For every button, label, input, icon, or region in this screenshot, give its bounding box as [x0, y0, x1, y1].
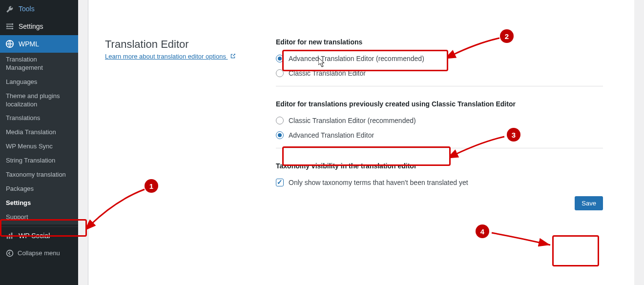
- submenu-translation-management[interactable]: Translation Management: [0, 53, 78, 75]
- checkbox-taxonomy-only-untranslated[interactable]: Only show taxonomy terms that haven't be…: [276, 179, 603, 186]
- radio-icon: [276, 55, 284, 62]
- submenu-settings[interactable]: Settings: [0, 196, 78, 210]
- checkbox-label: Only show taxonomy terms that haven't be…: [289, 179, 468, 186]
- wrench-icon: [5, 4, 15, 14]
- submenu-taxonomy-translation[interactable]: Taxonomy translation: [0, 168, 78, 182]
- submenu-media-translation[interactable]: Media Translation: [0, 125, 78, 140]
- radio-classic-new[interactable]: Classic Translation Editor: [276, 69, 603, 77]
- radio-label: Advanced Translation Editor: [289, 131, 374, 139]
- svg-point-5: [12, 28, 14, 30]
- radio-classic-prev[interactable]: Classic Translation Editor (recommended): [276, 117, 603, 124]
- collapse-label: Collapse menu: [18, 249, 60, 257]
- radio-label: Advanced Translation Editor (recommended…: [289, 55, 424, 62]
- svg-rect-9: [11, 232, 13, 239]
- bars-icon: [5, 231, 15, 241]
- submenu-languages[interactable]: Languages: [0, 75, 78, 89]
- svg-rect-1: [8, 26, 13, 27]
- svg-rect-2: [6, 28, 12, 29]
- sidebar-item-wpml[interactable]: WPML: [0, 35, 78, 53]
- submenu-wp-menus-sync[interactable]: WP Menus Sync: [0, 140, 78, 154]
- options-col: Editor for new translations Advanced Tra…: [276, 10, 618, 210]
- divider: [276, 148, 603, 148]
- sidebar-item-label: WP Social: [19, 232, 50, 240]
- collapse-icon: [5, 248, 15, 258]
- submenu-string-translation[interactable]: String Translation: [0, 154, 78, 168]
- svg-rect-7: [7, 236, 8, 239]
- divider: [276, 86, 603, 86]
- section-title: Translation Editor: [105, 38, 276, 51]
- radio-icon: [276, 131, 284, 139]
- subsection-previous-translations: Editor for translations previously creat…: [276, 100, 603, 108]
- sidebar-item-wp-social[interactable]: WP Social: [0, 227, 78, 244]
- sidebar-item-settings[interactable]: Settings: [0, 18, 78, 35]
- subsection-new-translations: Editor for new translations: [276, 38, 603, 46]
- admin-sidebar: Tools Settings WPML Translation Manageme…: [0, 0, 78, 285]
- sliders-icon: [5, 21, 15, 31]
- sidebar-item-label: Settings: [19, 22, 43, 30]
- submenu-theme-plugins-localization[interactable]: Theme and plugins localization: [0, 89, 78, 112]
- learn-more-text: Learn more about translation editor opti…: [105, 53, 228, 60]
- section-header-col: Translation Editor Learn more about tran…: [105, 10, 276, 210]
- globe-icon: [5, 39, 15, 49]
- settings-panel: Translation Editor Learn more about tran…: [88, 0, 634, 285]
- external-link-icon: [230, 53, 236, 61]
- radio-icon: [276, 117, 284, 124]
- checkbox-icon: [276, 179, 284, 186]
- radio-advanced-new[interactable]: Advanced Translation Editor (recommended…: [276, 55, 603, 62]
- radio-advanced-prev[interactable]: Advanced Translation Editor: [276, 131, 603, 139]
- radio-label: Classic Translation Editor (recommended): [289, 117, 416, 124]
- learn-more-link[interactable]: Learn more about translation editor opti…: [105, 53, 228, 60]
- subsection-taxonomy-visibility: Taxonomy visibility in the translation e…: [276, 162, 603, 170]
- submenu-translations[interactable]: Translations: [0, 111, 78, 125]
- svg-point-3: [12, 23, 14, 25]
- wpml-submenu: Translation Management Languages Theme a…: [0, 53, 78, 224]
- sidebar-item-tools[interactable]: Tools: [0, 0, 78, 18]
- save-button[interactable]: Save: [575, 196, 603, 210]
- collapse-menu[interactable]: Collapse menu: [0, 244, 78, 262]
- radio-icon: [276, 69, 284, 77]
- radio-label: Classic Translation Editor: [289, 69, 366, 77]
- content-area: Translation Editor Learn more about tran…: [78, 0, 644, 285]
- svg-point-10: [7, 250, 13, 256]
- sidebar-item-label: WPML: [19, 40, 39, 48]
- svg-rect-0: [6, 24, 12, 25]
- sidebar-item-label: Tools: [19, 5, 35, 13]
- svg-point-4: [6, 25, 8, 27]
- svg-rect-8: [9, 234, 10, 239]
- submenu-packages[interactable]: Packages: [0, 182, 78, 196]
- submenu-support[interactable]: Support: [0, 210, 78, 224]
